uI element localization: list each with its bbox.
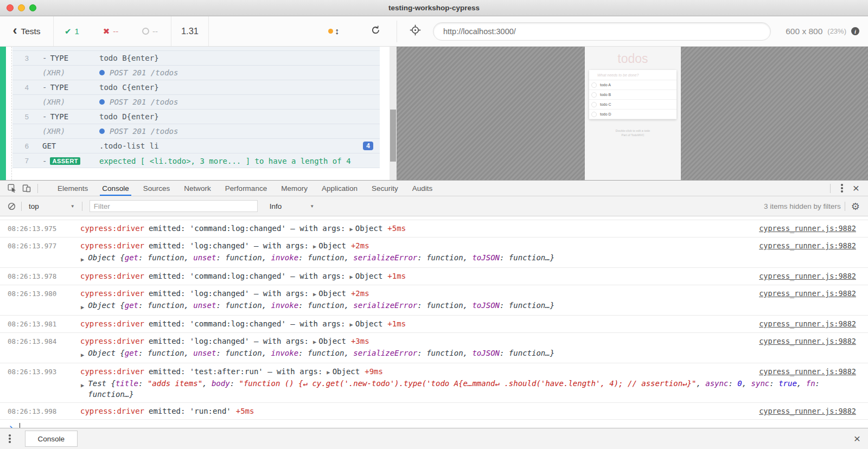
source-link[interactable]: cypress_runner.js:9882	[759, 366, 856, 376]
settings-gear-icon[interactable]: ⚙	[849, 201, 862, 212]
source-link[interactable]: cypress_runner.js:9882	[759, 318, 856, 328]
command-row[interactable]: 6GET.todo-list li4	[12, 139, 380, 153]
expand-triangle-icon[interactable]: ▶	[349, 273, 353, 280]
xhr-label: (XHR)	[42, 127, 99, 136]
tab-performance[interactable]: Performance	[218, 181, 274, 196]
clipped-command-row	[12, 47, 380, 51]
refresh-icon	[371, 25, 381, 37]
xhr-row[interactable]: (XHR)POST 201 /todos	[12, 66, 380, 80]
command-row[interactable]: 5-TYPEtodo D{enter}	[12, 110, 380, 124]
todo-app-footer: Double-click to edit a todo Part of Todo…	[585, 129, 681, 137]
expand-triangle-icon[interactable]: ▶	[81, 380, 84, 400]
log-body: cypress:driveremitted: 'log:changed' – w…	[68, 240, 856, 265]
source-link[interactable]: cypress_runner.js:9882	[759, 240, 856, 250]
filter-input[interactable]	[90, 200, 258, 212]
log-message: cypress:driveremitted: 'command:log:chan…	[80, 318, 749, 330]
execution-context-select[interactable]: top ▼	[25, 202, 78, 210]
drawer-menu-button[interactable]	[4, 432, 15, 446]
drawer-tab-label: Console	[38, 435, 65, 443]
log-time-delta: +3ms	[351, 337, 369, 345]
expand-triangle-icon[interactable]: ▶	[81, 302, 84, 312]
failed-stat: ✖ --	[103, 27, 119, 36]
console-row: 08:26:13.980cypress:driveremitted: 'log:…	[0, 285, 868, 316]
source-link[interactable]: cypress_runner.js:9882	[759, 271, 856, 280]
command-number: 7	[12, 155, 29, 165]
device-toolbar-button[interactable]	[19, 182, 34, 195]
test-duration: 1.31	[171, 16, 209, 46]
failed-count: --	[113, 27, 118, 36]
log-text: emitted: 'run:end'	[149, 407, 231, 415]
inspect-cursor-icon	[8, 184, 16, 193]
expand-triangle-icon[interactable]: ▶	[349, 226, 353, 232]
new-todo-input[interactable]: What needs to be done?	[589, 70, 676, 80]
xhr-text: POST 201 /todos	[110, 98, 178, 106]
info-icon[interactable]: i	[851, 27, 859, 35]
expand-triangle-icon[interactable]: ▶	[313, 291, 316, 297]
tab-application[interactable]: Application	[315, 181, 365, 196]
log-source-tag: cypress:driver	[80, 241, 144, 250]
xhr-text: POST 201 /todos	[110, 68, 178, 77]
preview-token: "adds items"	[148, 379, 202, 388]
expand-triangle-icon[interactable]: ▶	[313, 243, 316, 249]
assert-row[interactable]: 7-ASSERTexpected [ <li.todo>, 3 more... …	[12, 153, 380, 168]
tab-elements[interactable]: Elements	[50, 181, 95, 196]
close-window-button[interactable]	[7, 4, 14, 11]
minimize-window-button[interactable]	[18, 4, 25, 11]
source-link[interactable]: cypress_runner.js:9882	[759, 406, 856, 415]
viewport-info: 600 x 800 (23%) i	[786, 16, 859, 46]
devtools-menu-button[interactable]	[837, 181, 847, 195]
clear-console-button[interactable]	[6, 201, 17, 212]
drawer-tab-console[interactable]: Console	[25, 431, 78, 447]
expand-triangle-icon[interactable]: ▶	[81, 349, 84, 360]
todo-toggle-icon[interactable]	[591, 102, 597, 107]
todo-toggle-icon[interactable]	[591, 82, 597, 88]
tab-security[interactable]: Security	[365, 181, 405, 196]
tab-console[interactable]: Console	[95, 181, 136, 196]
todo-toggle-icon[interactable]	[591, 112, 597, 117]
console-prompt-row[interactable]: ›	[0, 420, 868, 428]
drawer-close-button[interactable]: ×	[854, 432, 860, 445]
log-text: emitted: 'log:changed' – with args:	[149, 289, 309, 298]
tab-sources[interactable]: Sources	[136, 181, 177, 196]
log-main-line: cypress:driveremitted: 'test:after:run' …	[80, 366, 856, 377]
expand-triangle-icon[interactable]: ▶	[327, 369, 330, 375]
expand-triangle-icon[interactable]: ▶	[349, 321, 353, 328]
preview-token: : function,	[298, 349, 353, 357]
selector-playground-button[interactable]	[404, 16, 426, 46]
restart-tests-button[interactable]	[365, 16, 386, 46]
expand-triangle-icon[interactable]: ▶	[313, 338, 316, 345]
xhr-row[interactable]: (XHR)POST 201 /todos	[12, 124, 380, 139]
log-body: cypress:driveremitted: 'command:log:chan…	[68, 223, 856, 234]
preview-token: serializeError	[353, 253, 417, 262]
log-level-select[interactable]: Info ▼	[266, 202, 317, 210]
scrollbar-thumb[interactable]	[390, 110, 396, 162]
back-to-tests-button[interactable]: ‹ Tests	[0, 16, 54, 46]
command-row[interactable]: 3-TYPEtodo B{enter}	[12, 51, 380, 66]
source-link[interactable]: cypress_runner.js:9882	[759, 336, 856, 345]
expand-triangle-icon[interactable]: ▶	[81, 254, 84, 265]
reporter-scrollbar[interactable]	[390, 47, 397, 180]
devtools-close-button[interactable]: ×	[850, 183, 863, 193]
source-link[interactable]: cypress_runner.js:9882	[759, 223, 856, 233]
tab-audits[interactable]: Audits	[405, 181, 440, 196]
console-row: 08:26:13.981cypress:driveremitted: 'comm…	[0, 316, 868, 333]
log-time-delta: +5ms	[236, 407, 254, 415]
url-input[interactable]: http://localhost:3000/	[433, 22, 771, 41]
object-preview: ▶Object {get: function, unset: function,…	[80, 300, 856, 312]
command-log: 3-TYPEtodo B{enter}(XHR)POST 201 /todos4…	[12, 47, 380, 168]
command-row[interactable]: 4-TYPEtodo C{enter}	[12, 80, 380, 95]
toolbar-divider	[397, 21, 397, 42]
inspect-element-button[interactable]	[4, 182, 19, 195]
pending-stat: --	[142, 27, 158, 36]
tab-memory[interactable]: Memory	[274, 181, 315, 196]
toolbar-divider	[845, 202, 845, 211]
xhr-row[interactable]: (XHR)POST 201 /todos	[12, 95, 380, 110]
source-link[interactable]: cypress_runner.js:9882	[759, 288, 856, 298]
command-number: 5	[12, 113, 29, 121]
tab-network[interactable]: Network	[177, 181, 218, 196]
preview-content: Object {get: function, unset: function, …	[88, 348, 856, 360]
zoom-window-button[interactable]	[29, 4, 36, 11]
auto-scrolling-toggle[interactable]: ↕	[328, 16, 339, 46]
todo-toggle-icon[interactable]	[591, 92, 597, 98]
tabbar-divider	[37, 184, 38, 193]
